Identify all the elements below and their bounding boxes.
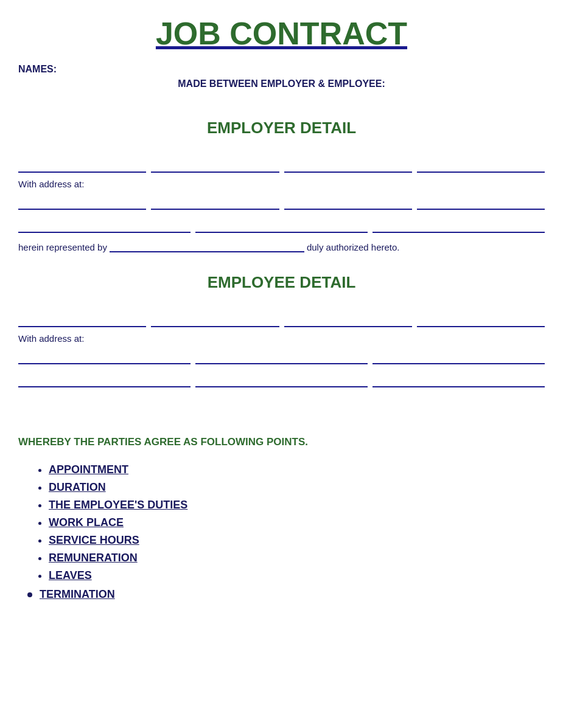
names-label: NAMES: bbox=[18, 64, 545, 75]
employee-address-field-2 bbox=[195, 347, 368, 364]
list-item-leaves: LEAVES bbox=[49, 569, 545, 582]
employer-address-field-2 bbox=[151, 193, 279, 210]
employee-field-4 bbox=[417, 310, 545, 327]
termination-bullet bbox=[27, 592, 32, 597]
list-item-duties: THE EMPLOYEE'S DUTIES bbox=[49, 499, 545, 511]
list-item-workplace: WORK PLACE bbox=[49, 516, 545, 529]
list-item-remuneration: REMUNERATION bbox=[49, 552, 545, 564]
employee-address2-field-3 bbox=[372, 370, 545, 387]
employer-field-2 bbox=[151, 156, 279, 173]
page-title: JOB CONTRACT bbox=[18, 12, 545, 52]
made-between-label: MADE BETWEEN EMPLOYER & EMPLOYEE: bbox=[18, 78, 545, 89]
employer-detail-heading: EMPLOYER DETAIL bbox=[18, 119, 545, 137]
employer-address2-field-2 bbox=[195, 216, 368, 233]
represented-prefix: herein represented by bbox=[18, 242, 107, 252]
list-item-duration: DURATION bbox=[49, 481, 545, 494]
whereby-text: WHEREBY THE PARTIES AGREE AS FOLLOWING P… bbox=[18, 436, 545, 448]
employer-address-line2 bbox=[18, 216, 545, 233]
employer-address-line1 bbox=[18, 193, 545, 210]
employer-field-1 bbox=[18, 156, 146, 173]
employer-address2-field-1 bbox=[18, 216, 191, 233]
represented-field bbox=[110, 239, 304, 252]
employee-address-field-1 bbox=[18, 347, 191, 364]
employee-address2-field-2 bbox=[195, 370, 368, 387]
employer-field-3 bbox=[284, 156, 412, 173]
employer-with-address: With address at: bbox=[18, 179, 545, 189]
employee-address-line1 bbox=[18, 347, 545, 364]
represented-line: herein represented by duly authorized he… bbox=[18, 239, 545, 252]
employee-with-address: With address at: bbox=[18, 333, 545, 344]
employer-address-field-4 bbox=[417, 193, 545, 210]
employer-field-4 bbox=[417, 156, 545, 173]
termination-label: TERMINATION bbox=[40, 588, 115, 601]
employee-address-field-3 bbox=[372, 347, 545, 364]
employer-name-line bbox=[18, 156, 545, 173]
represented-suffix: duly authorized hereto. bbox=[307, 242, 400, 252]
termination-item: TERMINATION bbox=[18, 588, 545, 601]
list-item-service-hours: SERVICE HOURS bbox=[49, 534, 545, 547]
employer-address-field-1 bbox=[18, 193, 146, 210]
employee-address-line2 bbox=[18, 370, 545, 387]
list-item-appointment: APPOINTMENT bbox=[49, 463, 545, 476]
employee-field-2 bbox=[151, 310, 279, 327]
employee-name-line bbox=[18, 310, 545, 327]
employee-field-3 bbox=[284, 310, 412, 327]
employee-detail-heading: EMPLOYEE DETAIL bbox=[18, 273, 545, 292]
employee-address2-field-1 bbox=[18, 370, 191, 387]
employer-address2-field-3 bbox=[372, 216, 545, 233]
employee-field-1 bbox=[18, 310, 146, 327]
employer-address-field-3 bbox=[284, 193, 412, 210]
agenda-list: APPOINTMENT DURATION THE EMPLOYEE'S DUTI… bbox=[18, 463, 545, 582]
